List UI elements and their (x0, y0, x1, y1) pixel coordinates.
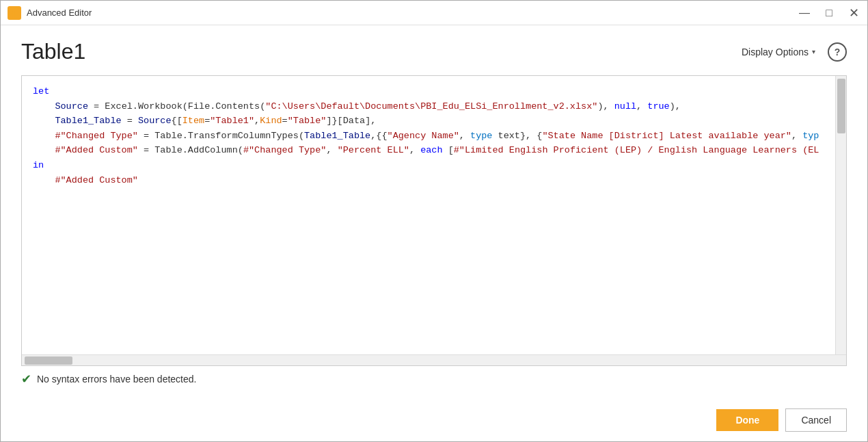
chevron-down-icon: ▾ (812, 48, 815, 55)
close-button[interactable]: ✕ (847, 7, 860, 19)
minimize-button[interactable]: — (798, 8, 811, 18)
page-title: Table1 (21, 39, 85, 64)
advanced-editor-window: Advanced Editor — □ ✕ Table1 Display Opt… (0, 0, 868, 442)
maximize-button[interactable]: □ (822, 8, 836, 18)
svg-rect-1 (13, 11, 15, 18)
svg-rect-2 (16, 9, 18, 18)
header-actions: Display Options ▾ ? (736, 42, 847, 62)
window-title: Advanced Editor (27, 8, 798, 18)
window-controls: — □ ✕ (798, 7, 860, 19)
editor-scroll-area: let Source = Excel.Workbook(File.Content… (22, 76, 846, 354)
display-options-label: Display Options (742, 47, 809, 57)
scrollbar-thumb-vertical[interactable] (837, 79, 845, 133)
editor-container: let Source = Excel.Workbook(File.Content… (21, 75, 847, 366)
scrollbar-thumb-horizontal[interactable] (25, 356, 72, 365)
footer: Done Cancel (1, 399, 867, 441)
header-row: Table1 Display Options ▾ ? (21, 39, 847, 64)
content-area: Table1 Display Options ▾ ? let Source = … (1, 25, 867, 399)
cancel-button[interactable]: Cancel (785, 408, 847, 432)
app-icon (8, 6, 21, 20)
horizontal-scrollbar[interactable] (22, 354, 846, 365)
title-bar: Advanced Editor — □ ✕ (1, 1, 867, 25)
svg-rect-0 (10, 13, 12, 18)
help-button[interactable]: ? (828, 42, 847, 62)
code-editor[interactable]: let Source = Excel.Workbook(File.Content… (22, 76, 835, 354)
checkmark-icon: ✔ (21, 373, 31, 385)
done-button[interactable]: Done (716, 409, 778, 431)
vertical-scrollbar[interactable] (835, 76, 846, 354)
status-bar: ✔ No syntax errors have been detected. (21, 366, 847, 385)
status-text: No syntax errors have been detected. (37, 374, 196, 385)
display-options-button[interactable]: Display Options ▾ (736, 44, 821, 60)
